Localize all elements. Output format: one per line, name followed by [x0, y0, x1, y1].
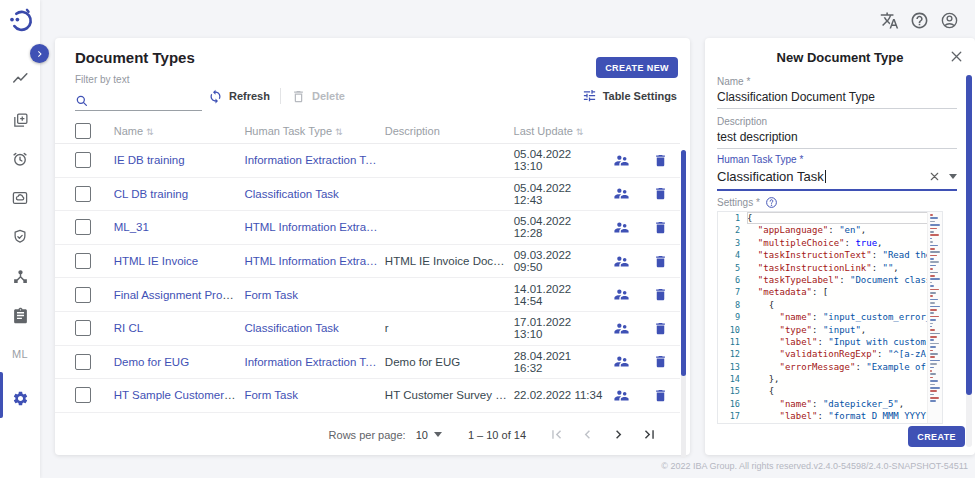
row-checkbox[interactable] — [75, 287, 91, 303]
doc-type-name-link[interactable]: HT Sample Customer Survey — [114, 389, 245, 401]
human-task-type-cell: Information Extraction Task — [244, 356, 384, 368]
column-header-last-update[interactable]: Last Update⇅ — [514, 125, 603, 137]
assign-users-button[interactable] — [603, 219, 642, 236]
row-checkbox[interactable] — [75, 186, 91, 202]
row-checkbox[interactable] — [75, 387, 91, 403]
sidebar-item-ml[interactable]: ML — [0, 342, 40, 366]
description-field[interactable]: Description test description — [717, 116, 957, 149]
sidebar-item-settings[interactable] — [0, 386, 40, 410]
select-all-checkbox[interactable] — [75, 123, 91, 139]
table-row: Final Assignment Product InfoForm Task14… — [55, 278, 680, 312]
row-checkbox[interactable] — [75, 152, 91, 168]
assign-users-icon — [613, 219, 630, 236]
sidebar-item-analytics[interactable] — [0, 66, 40, 90]
name-field[interactable]: Name * Classification Document Type — [717, 76, 957, 109]
prev-page-button[interactable] — [579, 426, 596, 443]
editor-line: 10 "type": "input", — [718, 324, 942, 336]
editor-line: 11 "label": "Input with custom e — [718, 336, 942, 348]
settings-help-icon[interactable] — [765, 196, 778, 209]
new-document-type-panel: New Document Type Name * Classification … — [705, 38, 975, 455]
doc-type-name-link[interactable]: ML_31 — [114, 221, 149, 233]
assign-users-button[interactable] — [603, 353, 642, 370]
assign-users-button[interactable] — [603, 320, 642, 337]
last-page-button[interactable] — [641, 426, 658, 443]
library-add-icon — [12, 112, 29, 129]
settings-label: Settings * — [717, 197, 760, 208]
editor-line: 5 "taskInstructionLink": "", — [718, 262, 942, 274]
delete-row-button[interactable] — [641, 321, 680, 336]
human-task-type-cell: Classification Task — [244, 322, 384, 334]
delete-row-button[interactable] — [641, 153, 680, 168]
sidebar-item-pending[interactable] — [0, 147, 40, 171]
row-checkbox[interactable] — [75, 253, 91, 269]
delete-row-button[interactable] — [641, 186, 680, 201]
app-root: ML Document Types CREATE NEW Filter by t… — [0, 0, 975, 478]
sidebar-expand-button[interactable] — [30, 44, 49, 63]
delete-row-button[interactable] — [641, 354, 680, 369]
sidebar-item-verification[interactable] — [0, 225, 40, 249]
delete-button[interactable]: Delete — [291, 89, 345, 104]
clear-icon[interactable] — [928, 170, 941, 183]
sidebar-item-library[interactable] — [0, 108, 40, 132]
next-page-button[interactable] — [610, 426, 627, 443]
row-checkbox[interactable] — [75, 354, 91, 370]
delete-row-button[interactable] — [641, 388, 680, 403]
help-icon[interactable] — [910, 11, 929, 30]
panel-scrollbar-thumb[interactable] — [966, 75, 972, 395]
assign-users-button[interactable] — [603, 185, 642, 202]
text-cursor — [825, 170, 826, 183]
sidebar-item-assignments[interactable] — [0, 303, 40, 327]
settings-label-row: Settings * — [717, 196, 778, 209]
editor-line: 13 "errorMessage": "Example of c — [718, 361, 942, 373]
filter-input[interactable] — [89, 94, 193, 108]
assign-users-button[interactable] — [603, 253, 642, 270]
doc-type-name-link[interactable]: CL DB training — [114, 188, 188, 200]
translate-icon[interactable] — [880, 11, 899, 30]
last-update-cell: 14.01.2022 14:54 — [514, 283, 603, 307]
doc-type-name-link[interactable]: Demo for EUG — [114, 356, 189, 368]
refresh-button[interactable]: Refresh — [208, 89, 270, 104]
table-settings-label: Table Settings — [603, 90, 677, 102]
assign-users-button[interactable] — [603, 387, 642, 404]
name-value[interactable]: Classification Document Type — [717, 90, 957, 109]
row-checkbox[interactable] — [75, 320, 91, 336]
column-header-name[interactable]: Name⇅ — [114, 125, 245, 137]
human-task-type-label: Human Task Type * — [717, 154, 957, 165]
human-task-type-value[interactable]: Classification Task — [717, 169, 824, 184]
human-task-type-field[interactable]: Human Task Type * Classification Task — [717, 154, 957, 191]
table-settings-button[interactable]: Table Settings — [582, 88, 677, 103]
assign-users-button[interactable] — [603, 152, 642, 169]
editor-minimap — [927, 212, 942, 424]
row-checkbox[interactable] — [75, 219, 91, 235]
sidebar-item-storage[interactable] — [0, 186, 40, 210]
gear-icon — [12, 390, 29, 407]
delete-row-button[interactable] — [641, 287, 680, 302]
doc-type-name-link[interactable]: RI CL — [114, 322, 143, 334]
description-value[interactable]: test description — [717, 130, 957, 149]
description-cell: r — [385, 322, 514, 334]
table-scrollbar-thumb[interactable] — [681, 150, 686, 376]
column-header-task-type[interactable]: Human Task Type⇅ — [244, 125, 384, 137]
table-row: Demo for EUGInformation Extraction TaskD… — [55, 346, 680, 380]
doc-type-name-link[interactable]: HTML IE Invoice — [114, 255, 199, 267]
delete-row-button[interactable] — [641, 220, 680, 235]
editor-line: 2 "appLanguage": "en", — [718, 224, 942, 236]
assign-users-button[interactable] — [603, 286, 642, 303]
last-update-cell: 22.02.2022 11:34 — [514, 389, 603, 401]
create-new-button[interactable]: CREATE NEW — [596, 57, 678, 78]
settings-json-editor[interactable]: 1{2 "appLanguage": "en",3 "multipleChoic… — [717, 211, 943, 424]
doc-type-name-link[interactable]: IE DB training — [114, 154, 185, 166]
editor-line: 6 "taskTypeLabel": "Document classi — [718, 274, 942, 286]
create-button[interactable]: CREATE — [908, 426, 965, 447]
assign-users-icon — [613, 152, 630, 169]
footer-copyright: © 2022 IBA Group. All rights reserved.v2… — [661, 461, 968, 471]
doc-type-name-link[interactable]: Final Assignment Product Info — [114, 289, 245, 301]
delete-icon — [653, 220, 668, 235]
account-icon[interactable] — [940, 11, 959, 30]
sidebar-item-workflow[interactable] — [0, 264, 40, 288]
delete-row-button[interactable] — [641, 254, 680, 269]
dropdown-caret-icon[interactable] — [949, 174, 957, 179]
rows-per-page-select[interactable]: 10 — [416, 429, 442, 441]
close-icon[interactable] — [948, 48, 965, 65]
first-page-button[interactable] — [548, 426, 565, 443]
